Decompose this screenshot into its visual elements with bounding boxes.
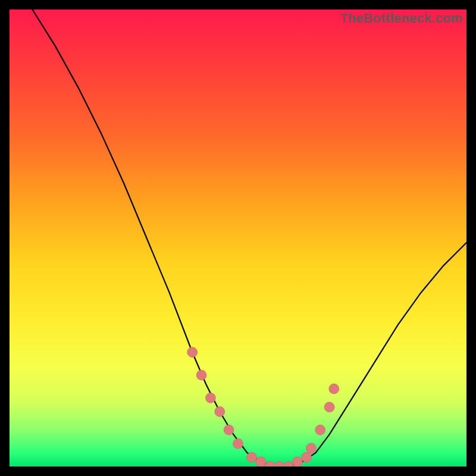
highlight-dot xyxy=(306,443,316,453)
highlight-dot xyxy=(292,457,302,466)
bottleneck-curve xyxy=(32,10,466,466)
highlight-dot xyxy=(233,439,243,449)
highlight-dot xyxy=(215,406,225,416)
highlight-dot xyxy=(274,462,284,467)
highlight-dot xyxy=(315,425,325,435)
highlight-dot xyxy=(224,425,234,435)
chart-frame: TheBottleneck.com xyxy=(0,0,476,476)
highlight-dot xyxy=(324,402,334,412)
plot-area: TheBottleneck.com xyxy=(10,10,466,466)
highlight-dot xyxy=(247,452,257,462)
curve-svg xyxy=(10,10,466,466)
highlight-dot xyxy=(283,462,293,467)
highlight-dot xyxy=(265,462,275,467)
highlight-dot xyxy=(205,393,215,403)
highlight-dot xyxy=(329,384,339,394)
highlight-dots xyxy=(187,347,339,467)
highlight-dot xyxy=(302,452,312,462)
highlight-dot xyxy=(187,347,198,358)
highlight-dot xyxy=(196,370,206,380)
highlight-dot xyxy=(256,457,266,466)
